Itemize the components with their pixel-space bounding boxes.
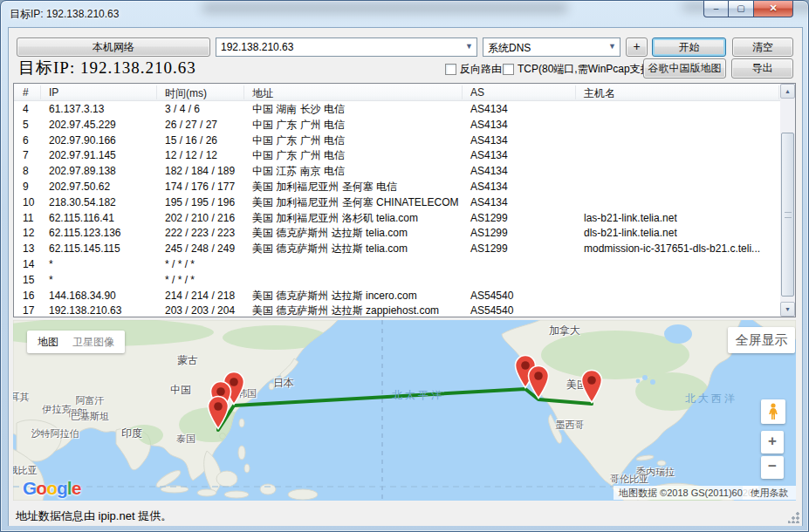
google-china-map-button[interactable]: 谷歌中国版地图 [643,58,726,78]
table-row[interactable]: 1362.115.145.115245 / 248 / 249美国 德克萨斯州 … [14,242,780,257]
map-type-satellite[interactable]: 卫星图像 [72,335,114,350]
fullscreen-button[interactable]: 全屏显示 [728,327,795,353]
pegman-streetview-icon[interactable] [761,399,785,424]
cell-num: 12 [23,226,34,242]
col-header-num[interactable]: # [23,86,29,99]
map-canvas [13,320,796,501]
start-button[interactable]: 开始 [652,38,726,57]
table-row[interactable]: 8202.97.89.138182 / 184 / 189中国 江苏 南京 电信… [14,164,780,180]
resize-grip[interactable] [788,512,799,523]
cell-addr: 美国 德克萨斯州 达拉斯 telia.com [252,226,408,242]
tcp-label: TCP(80端口,需WinPcap支持) [518,62,655,77]
scroll-down-icon[interactable]: ▼ [780,302,795,317]
add-button[interactable]: + [626,38,648,57]
scrollbar-thumb[interactable] [781,133,794,297]
map-type-control[interactable]: 地图 卫星图像 [27,331,125,353]
dns-value[interactable]: 系统DNS [488,41,531,56]
table-row[interactable]: 10218.30.54.182195 / 195 / 196美国 加利福尼亚州 … [14,195,780,211]
col-header-addr[interactable]: 地址 [252,86,273,101]
table-row[interactable]: 1162.115.116.41202 / 210 / 216美国 加利福尼亚州 … [14,211,780,227]
titlebar-glass-reflection [202,3,568,13]
scroll-up-icon[interactable]: ▲ [780,84,795,99]
table-row[interactable]: 16144.168.34.90214 / 214 / 218美国 德克萨斯州 达… [14,289,780,304]
cell-ip: 144.168.34.90 [49,289,116,304]
col-header-time[interactable]: 时间(ms) [165,86,207,101]
window-title: 目标IP: 192.138.210.63 [10,7,119,22]
cell-as: AS4134 [470,102,508,118]
table-row[interactable]: 15** / * / * [14,273,780,289]
status-bar: 地址数据信息由 ipip.net 提供。 [9,501,802,526]
cell-ip: 202.97.45.229 [49,118,116,133]
cell-ip: * [49,273,53,289]
tcp-checkbox[interactable]: TCP(80端口,需WinPcap支持) [503,62,655,77]
cell-time: 12 / 12 / 12 [165,148,217,164]
target-ip-combobox[interactable]: 192.138.210.63 ▼ [216,38,477,57]
zoom-out-button[interactable]: − [761,456,784,479]
target-ip-value[interactable]: 192.138.210.63 [221,41,293,53]
terms-link[interactable]: 使用条款 [743,486,796,500]
map-type-map[interactable]: 地图 [38,335,58,350]
ocean-label: 北大西洋 [685,392,737,406]
close-button[interactable]: ✕ [754,1,793,17]
table-row[interactable]: 14** / * / * [14,257,780,273]
place-label: 土耳其 [13,391,30,404]
table-row[interactable]: 461.137.3.133 / 4 / 6中国 湖南 长沙 电信AS4134 [14,102,780,118]
cell-host: dls-b21-link.telia.net [584,226,677,242]
google-logo[interactable]: Google [23,478,80,499]
cell-addr: 中国 广东 广州 电信 [252,133,345,149]
table-header[interactable]: # IP 时间(ms) 地址 AS 主机名 [14,84,780,101]
cell-addr: 中国 江苏 南京 电信 [252,164,345,180]
cell-ip: 202.97.89.138 [49,164,116,180]
table-body: 461.137.3.133 / 4 / 6中国 湖南 长沙 电信AS413452… [14,102,780,317]
checkbox-icon[interactable] [445,64,456,75]
cell-ip: 62.115.145.115 [49,242,120,257]
cell-addr: 中国 广东 广州 电信 [252,148,345,164]
col-header-as[interactable]: AS [470,86,484,99]
target-ip-label: 目标IP: 192.138.210.63 [18,57,196,79]
col-header-ip[interactable]: IP [49,86,58,99]
cell-num: 9 [23,180,29,195]
map-marker[interactable] [527,365,550,399]
cell-num: 14 [23,257,34,273]
route-map[interactable]: 蒙古中国韩国日本泰国土耳其伊拉克伊朗阿富汗巴基斯坦沙特阿拉伯印度埃塞俄比亚加拿大… [13,320,796,501]
cell-ip: 202.97.91.145 [49,148,116,164]
table-row[interactable]: 1262.115.123.136222 / 223 / 223美国 德克萨斯州 … [14,226,780,242]
cell-addr: 美国 德克萨斯州 达拉斯 telia.com [252,242,408,257]
map-marker[interactable] [207,395,230,430]
table-row[interactable]: 7202.97.91.14512 / 12 / 12中国 广东 广州 电信AS4… [14,148,780,164]
cell-addr: 中国 广东 广州 电信 [252,118,345,133]
cell-num: 10 [23,195,34,211]
cell-addr: 美国 加利福尼亚州 圣何塞 CHINATELECOM [252,195,458,211]
minimize-button[interactable]: – [703,1,729,17]
checkbox-icon[interactable] [503,64,514,75]
local-network-button[interactable]: 本机网络 [17,38,210,57]
reverse-route-checkbox[interactable]: 反向路由 [445,62,502,77]
titlebar[interactable]: 目标IP: 192.138.210.63 – ▢ ✕ [1,1,808,27]
clear-button[interactable]: 清空 [732,38,793,57]
chevron-down-icon[interactable]: ▼ [608,42,616,51]
export-button[interactable]: 导出 [731,58,793,78]
table-row[interactable]: 9202.97.50.62174 / 176 / 177美国 加利福尼亚州 圣何… [14,180,780,195]
place-label: 中国 [170,383,191,398]
cell-host: modmission-ic-317651-dls-b21.c.teli... [584,242,760,257]
map-marker[interactable] [580,369,603,404]
cell-time: 26 / 27 / 27 [165,118,217,133]
cell-time: 195 / 195 / 196 [165,195,235,211]
table-row[interactable]: 5202.97.45.22926 / 27 / 27中国 广东 广州 电信AS4… [14,118,780,133]
maximize-button[interactable]: ▢ [729,1,754,17]
reverse-route-label: 反向路由 [460,62,502,77]
zoom-in-button[interactable]: + [761,431,784,454]
col-header-host[interactable]: 主机名 [584,86,615,101]
cell-time: 15 / 16 / 26 [165,133,217,149]
table-row[interactable]: 6202.97.90.16615 / 16 / 26中国 广东 广州 电信AS4… [14,133,780,149]
cell-ip: 202.97.90.166 [49,133,116,149]
cell-num: 16 [23,289,34,304]
chevron-down-icon[interactable]: ▼ [465,42,473,51]
vertical-scrollbar[interactable]: ▲ ▼ [780,84,795,317]
table-row[interactable]: 17192.138.210.63203 / 203 / 204美国 德克萨斯州 … [14,304,780,317]
cell-time: 3 / 4 / 6 [165,102,200,118]
cell-ip: * [49,257,53,273]
cell-num: 13 [23,242,34,257]
cell-as: AS1299 [470,242,508,257]
dns-combobox[interactable]: 系统DNS ▼ [483,38,620,57]
